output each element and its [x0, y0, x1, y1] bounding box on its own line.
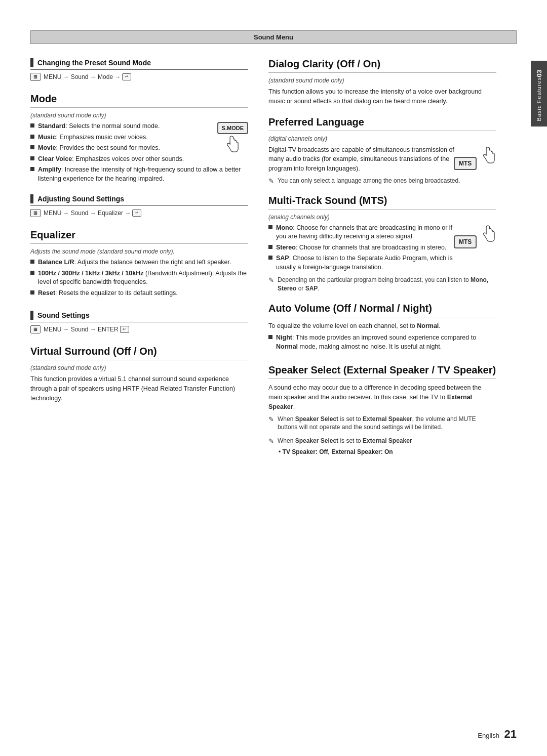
- eq-item-freq: 100Hz / 300Hz / 1kHz / 3kHz / 10kHz (Ban…: [30, 269, 248, 287]
- side-tab-label: Basic Features: [536, 77, 542, 121]
- mts-item-mono: Mono: Choose for channels that are broad…: [268, 224, 461, 241]
- footer-page-number: 21: [504, 728, 517, 740]
- adjusting-sound-title: Adjusting Sound Settings: [37, 195, 124, 203]
- menu-path-text-3: MENU: [44, 326, 61, 333]
- multi-track-title: Multi-Track Sound (MTS): [268, 195, 496, 209]
- auto-volume-title: Auto Volume (Off / Normal / Night): [268, 303, 496, 317]
- mts-item-sap: SAP: Choose to listen to the Separate Au…: [268, 254, 461, 272]
- mode-title: Mode: [30, 93, 248, 108]
- bullet-sq: [30, 145, 34, 149]
- columns: Changing the Preset Sound Mode ⊞ MENU → …: [30, 51, 517, 726]
- sound-settings-header: Sound Settings: [30, 311, 248, 322]
- bullet-sq: [268, 225, 272, 229]
- eq-item-reset: Reset: Resets the equalizer to its defau…: [30, 289, 248, 298]
- bullet-sq: [30, 271, 34, 275]
- preferred-language-title: Preferred Language: [268, 116, 496, 131]
- enter-icon-2: ↵: [132, 209, 141, 217]
- equalizer-title: Equalizer: [30, 229, 248, 244]
- mts-button-2: MTS: [454, 235, 477, 248]
- eq-item-balance: Balance L/R: Adjusts the balance between…: [30, 258, 248, 267]
- bullet-sq: [30, 260, 34, 264]
- footer-language: English: [478, 732, 499, 739]
- bullet-sq: [268, 256, 272, 260]
- mode-item-movie: Movie: Provides the best sound for movie…: [30, 144, 209, 153]
- menu-icon-1: ⊞: [30, 73, 41, 81]
- menu-sep-2: → Sound → Equalizer →: [63, 209, 131, 217]
- left-column: Changing the Preset Sound Mode ⊞ MENU → …: [30, 51, 248, 726]
- preferred-language-subtitle: (digital channels only): [268, 135, 496, 142]
- adjusting-sound-header: Adjusting Sound Settings: [30, 194, 248, 206]
- sound-settings-menu-path: ⊞ MENU → Sound → ENTER ↵: [30, 325, 248, 333]
- menu-path-text-2: MENU: [44, 209, 61, 217]
- smode-button: S.MODE: [217, 122, 248, 134]
- mts-button-1: MTS: [454, 157, 477, 170]
- equalizer-list: Balance L/R: Adjusts the balance between…: [30, 258, 248, 300]
- virtual-surround-body: This function provides a virtual 5.1 cha…: [30, 374, 248, 403]
- speaker-select-title: Speaker Select (External Speaker / TV Sp…: [268, 364, 496, 379]
- auto-volume-list: Night: This mode provides an improved so…: [268, 333, 496, 353]
- menu-icon-3: ⊞: [30, 325, 41, 333]
- menu-sep-3: → Sound → ENTER: [63, 326, 118, 333]
- right-column: Dialog Clarity (Off / On) (standard soun…: [268, 51, 517, 726]
- auto-volume-night: Night: This mode provides an improved so…: [268, 333, 496, 351]
- preferred-language-section: MTS Digital-TV broadcasts are capable of…: [268, 145, 496, 188]
- page-container: 03 Basic Features Sound Menu Changing th…: [0, 0, 547, 756]
- mts-float-1: MTS: [454, 145, 496, 170]
- menu-path-text-1: MENU: [44, 73, 61, 80]
- bullet-sq: [30, 167, 34, 171]
- bullet-sq: [30, 123, 34, 128]
- auto-volume-body: To equalize the volume level on each cha…: [268, 321, 496, 331]
- speaker-select-bullet: • TV Speaker: Off, External Speaker: On: [268, 448, 496, 456]
- enter-icon-3: ↵: [120, 326, 129, 333]
- adjusting-sound-menu-path: ⊞ MENU → Sound → Equalizer → ↵: [30, 209, 248, 217]
- virtual-surround-title: Virtual Surround (Off / On): [30, 346, 248, 360]
- header-bar: [30, 58, 33, 67]
- menu-sep-1: → Sound → Mode →: [63, 73, 121, 80]
- hand-icon-smode: [222, 134, 240, 154]
- dialog-clarity-title: Dialog Clarity (Off / On): [268, 58, 496, 73]
- virtual-surround-subtitle: (standard sound mode only): [30, 364, 248, 371]
- smode-float: S.MODE: [214, 122, 248, 156]
- side-tab-number: 03: [535, 70, 543, 77]
- footer: English 21: [478, 728, 517, 741]
- mode-item-standard: Standard: Selects the normal sound mode.: [30, 122, 209, 131]
- bullet-sq: [30, 135, 34, 139]
- changing-preset-title: Changing the Preset Sound Mode: [37, 59, 151, 67]
- equalizer-subtitle: Adjusts the sound mode (standard sound m…: [30, 248, 248, 255]
- sound-menu-title: Sound Menu: [254, 33, 293, 41]
- speaker-select-note-2: When Speaker Select is set to External S…: [268, 437, 496, 445]
- bullet-sq: [268, 245, 272, 249]
- menu-icon-2: ⊞: [30, 209, 41, 217]
- speaker-select-body: A sound echo may occur due to a differen…: [268, 383, 496, 411]
- multi-track-subtitle: (analog channels only): [268, 214, 496, 221]
- multi-track-note: Depending on the particular program bein…: [268, 276, 496, 293]
- speaker-select-note-1: When Speaker Select is set to External S…: [268, 415, 496, 432]
- preferred-language-note: You can only select a language among the…: [268, 177, 496, 185]
- bullet-sq: [30, 290, 34, 295]
- mode-item-clearvoice: Clear Voice: Emphasizes voices over othe…: [30, 155, 209, 164]
- bullet-sq: [30, 156, 34, 160]
- mts-item-stereo: Stereo: Choose for channels that are bro…: [268, 243, 461, 253]
- side-tab: 03 Basic Features: [531, 61, 547, 127]
- multi-track-section: MTS Mono: Choose for channels that are b…: [268, 224, 496, 296]
- mode-item-music: Music: Emphasizes music over voices.: [30, 133, 209, 142]
- sound-settings-title: Sound Settings: [37, 311, 90, 319]
- mts-float-2: MTS: [454, 224, 496, 248]
- hand-icon-mts1: [479, 145, 496, 165]
- header-bar: [30, 311, 33, 320]
- sound-menu-box: Sound Menu: [30, 30, 517, 44]
- mode-subtitle: (standard sound mode only): [30, 112, 248, 119]
- header-bar: [30, 194, 33, 203]
- dialog-clarity-subtitle: (standard sound mode only): [268, 77, 496, 84]
- mode-section: S.MODE Standard: Selects the normal soun…: [30, 122, 248, 187]
- enter-icon-1: ↵: [122, 73, 131, 80]
- dialog-clarity-body: This function allows you to increase the…: [268, 87, 496, 106]
- mode-item-amplify: Amplify: Increase the intensity of high-…: [30, 165, 248, 183]
- changing-preset-header: Changing the Preset Sound Mode: [30, 58, 248, 70]
- bullet-sq: [268, 335, 272, 339]
- hand-icon-mts2: [479, 224, 496, 244]
- changing-preset-menu-path: ⊞ MENU → Sound → Mode → ↵: [30, 73, 248, 81]
